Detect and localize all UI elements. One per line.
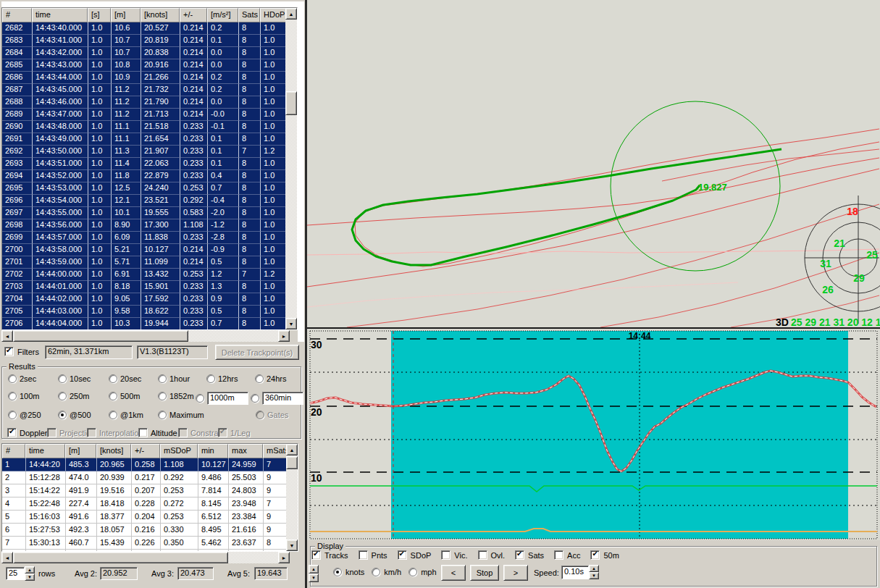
- radio-360min[interactable]: [251, 394, 259, 403]
- trackpoint-vscroll-thumb[interactable]: [285, 91, 297, 115]
- speed-graph-panel[interactable]: 30201014:44: [307, 329, 880, 540]
- table-row[interactable]: 415:22:48227.418.4180.2280.2728.14523.94…: [2, 497, 298, 511]
- column-header[interactable]: [knots]: [96, 444, 131, 458]
- table-row[interactable]: 269214:43:50.0001.011.321.9070.2330.171.…: [2, 146, 297, 158]
- rows-spinner[interactable]: ▲ ▼: [25, 566, 35, 581]
- column-header[interactable]: mSDoP: [160, 444, 198, 458]
- column-header[interactable]: [m/s²]: [207, 8, 238, 22]
- trackpoint-hscroll[interactable]: ◄ ►: [1, 330, 290, 342]
- rows-count-field[interactable]: 25: [6, 567, 25, 580]
- custom-value-input[interactable]: 360min: [262, 392, 303, 405]
- table-row[interactable]: 269114:43:49.0001.011.121.6540.2330.181.…: [2, 133, 297, 146]
- zoom-spinner[interactable]: ▲ ▼: [309, 565, 319, 582]
- checkbox-interpolation[interactable]: [87, 428, 96, 437]
- spin-up-icon[interactable]: ▲: [25, 566, 35, 574]
- radio-500m[interactable]: [109, 392, 117, 400]
- column-header[interactable]: Sats: [238, 8, 260, 22]
- checkbox-acc[interactable]: [554, 550, 563, 560]
- table-row[interactable]: 268714:43:45.0001.011.221.7320.2140.281.…: [2, 84, 297, 96]
- radio-250[interactable]: [8, 411, 17, 419]
- table-row[interactable]: 268614:43:44.0001.010.921.2660.2140.281.…: [2, 72, 297, 84]
- table-row[interactable]: 270114:43:59.0001.05.7111.0990.2140.581.…: [2, 256, 297, 269]
- column-header[interactable]: #: [2, 444, 25, 458]
- table-row[interactable]: 270214:44:00.0001.06.9113.4320.2531.271.…: [2, 269, 297, 281]
- column-header[interactable]: +/-: [131, 444, 160, 458]
- table-row[interactable]: 114:44:20485.320.9650.2581.10810.12724.9…: [2, 458, 298, 471]
- radio-250m[interactable]: [58, 392, 67, 400]
- radio-knots[interactable]: [333, 568, 342, 576]
- version-field[interactable]: V1.3(B1123T): [137, 345, 208, 359]
- radio-100m[interactable]: [8, 392, 17, 400]
- column-header[interactable]: HDoP: [260, 8, 286, 22]
- table-row[interactable]: 269414:43:52.0001.011.822.8790.2330.481.…: [2, 170, 297, 182]
- radio-500[interactable]: [58, 411, 67, 419]
- scroll-left-icon[interactable]: ◄: [1, 330, 13, 342]
- scroll-right-icon[interactable]: ►: [278, 552, 290, 563]
- table-row[interactable]: 268314:43:41.0001.010.720.8190.2140.181.…: [2, 35, 297, 47]
- column-header[interactable]: +/-: [180, 8, 207, 22]
- checkbox-constrain[interactable]: [178, 428, 188, 437]
- checkbox-projection[interactable]: [47, 428, 56, 437]
- table-row[interactable]: 270414:44:02.0001.09.0517.5920.2330.981.…: [2, 293, 297, 306]
- checkbox-sdop[interactable]: [398, 550, 407, 560]
- scroll-down-icon[interactable]: ▼: [285, 318, 297, 329]
- table-row[interactable]: 270514:44:03.0001.09.5818.6220.2330.581.…: [2, 306, 297, 318]
- table-row[interactable]: 269014:43:48.0001.011.121.5180.233-0.181…: [2, 121, 297, 133]
- table-row[interactable]: 268414:43:42.0001.010.720.8380.2140.081.…: [2, 47, 297, 59]
- radio-gates[interactable]: [256, 411, 264, 419]
- radio-12hrs[interactable]: [206, 374, 215, 383]
- speed-value-field[interactable]: 0.10s: [561, 566, 589, 579]
- table-row[interactable]: 269514:43:53.0001.012.524.2400.2530.781.…: [2, 182, 297, 195]
- table-row[interactable]: 315:14:22491.919.5160.2070.2537.81424.80…: [2, 484, 298, 497]
- spin-up-icon[interactable]: ▲: [309, 565, 319, 574]
- column-header[interactable]: time: [32, 8, 88, 22]
- checkbox-ovl[interactable]: [478, 550, 487, 560]
- checkbox-pnts[interactable]: [359, 550, 368, 560]
- filters-checkbox[interactable]: [4, 347, 14, 356]
- trackpoint-vscroll-track[interactable]: [285, 8, 297, 329]
- filters-summary-field[interactable]: 62min, 31.371km: [45, 345, 133, 359]
- column-header[interactable]: min: [198, 444, 228, 458]
- column-header[interactable]: max: [228, 444, 263, 458]
- table-row[interactable]: 515:16:03491.618.3770.2040.2536.51223.38…: [2, 511, 298, 524]
- radio-mph[interactable]: [408, 568, 417, 576]
- scroll-right-icon[interactable]: ►: [278, 330, 290, 342]
- custom-value-input[interactable]: 1000m: [207, 392, 248, 405]
- column-header[interactable]: #: [2, 8, 32, 22]
- table-row[interactable]: 269914:43:57.0001.06.0911.8380.233-2.881…: [2, 232, 297, 244]
- checkbox-altitude[interactable]: [138, 428, 148, 437]
- track-map-panel[interactable]: 19.8271821253129263D25 29 21 31 20 12 1: [307, 0, 880, 329]
- results-table[interactable]: #time[m][knots]+/-mSDoPminmaxmSats 114:4…: [1, 443, 298, 552]
- radio-2sec[interactable]: [8, 374, 17, 383]
- checkbox-vic[interactable]: [441, 550, 451, 560]
- table-row[interactable]: 269814:43:56.0001.08.9017.3001.108-1.281…: [2, 219, 297, 232]
- table-row[interactable]: 270614:44:04.0001.010.319.9440.2330.781.…: [2, 318, 297, 330]
- results-hscroll-thumb[interactable]: [13, 552, 228, 563]
- spin-up-icon[interactable]: ▲: [589, 565, 599, 572]
- table-row[interactable]: 269614:43:54.0001.012.123.5210.292-0.481…: [2, 195, 297, 207]
- radio-10sec[interactable]: [58, 374, 67, 383]
- speed-graph[interactable]: 30201014:44: [307, 329, 880, 540]
- trackpoint-hscroll-thumb[interactable]: [13, 330, 188, 342]
- track-map[interactable]: 19.8271821253129263D25 29 21 31 20 12 1: [307, 0, 880, 327]
- scroll-up-icon[interactable]: ▲: [285, 8, 297, 20]
- stop-button[interactable]: Stop: [470, 565, 499, 581]
- radio-1km[interactable]: [109, 411, 117, 419]
- table-row[interactable]: 268514:43:43.0001.010.820.9160.2140.081.…: [2, 59, 297, 72]
- spin-down-icon[interactable]: ▼: [25, 574, 35, 581]
- checkbox-doppler[interactable]: [7, 428, 17, 437]
- table-row[interactable]: 270314:44:01.0001.08.1815.9010.2331.381.…: [2, 281, 297, 293]
- radio-1000m[interactable]: [196, 394, 204, 403]
- column-header[interactable]: [m]: [111, 8, 141, 22]
- scroll-left-icon[interactable]: ◄: [1, 552, 13, 563]
- trackpoint-table[interactable]: #time[s][m][knots]+/-[m/s²]SatsHDoP 2682…: [1, 7, 298, 330]
- table-row[interactable]: 268814:43:46.0001.011.221.7900.2140.081.…: [2, 96, 297, 109]
- results-hscroll[interactable]: ◄ ►: [1, 552, 290, 563]
- table-row[interactable]: 269714:43:55.0001.010.119.5550.583-2.081…: [2, 207, 297, 219]
- table-row[interactable]: 615:27:53492.318.0570.2160.3308.49521.61…: [2, 524, 298, 537]
- table-row[interactable]: 215:12:28474.020.9390.2170.2929.48625.50…: [2, 471, 298, 484]
- table-row[interactable]: 268214:43:40.0001.010.620.5270.2140.281.…: [2, 22, 297, 35]
- radio-kmh[interactable]: [372, 568, 380, 576]
- step-back-button[interactable]: <: [441, 565, 466, 581]
- checkbox-sats[interactable]: [515, 550, 524, 560]
